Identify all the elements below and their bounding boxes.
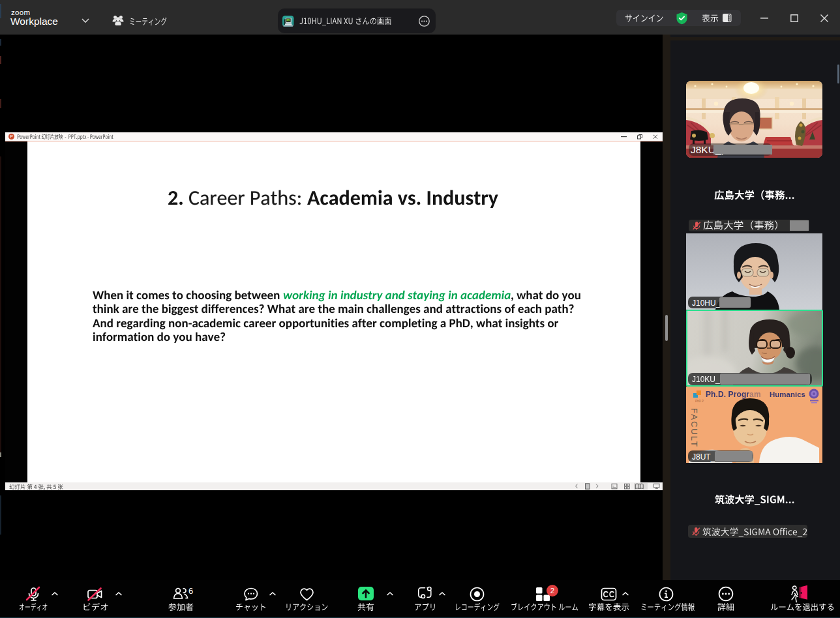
svg-text:P: P — [10, 134, 13, 139]
svg-text:FACULT: FACULT — [689, 408, 699, 448]
svg-text:PhD P: PhD P — [695, 400, 704, 403]
